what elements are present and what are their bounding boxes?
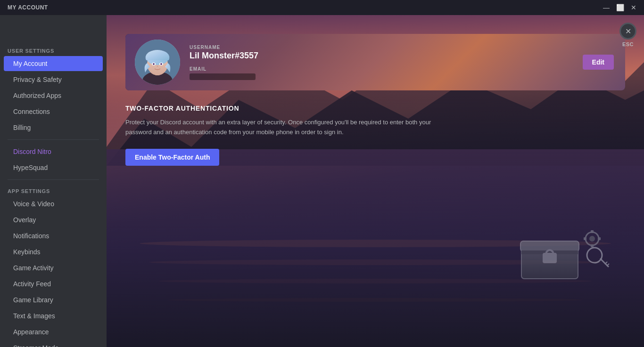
sidebar-item-keybinds[interactable]: Keybinds [4, 244, 103, 259]
content-scroll: USERNAME Lil Monster#3557 EMAIL Edit TWO… [107, 15, 644, 347]
sidebar-item-billing[interactable]: Billing [4, 120, 103, 135]
svg-point-30 [160, 63, 162, 65]
sidebar-item-streamer-mode[interactable]: Streamer Mode [4, 340, 103, 347]
sidebar-item-activity-feed[interactable]: Activity Feed [4, 276, 103, 291]
profile-info: USERNAME Lil Monster#3557 EMAIL [190, 37, 583, 88]
minimize-button[interactable]: — [603, 4, 610, 11]
email-label: EMAIL [190, 66, 583, 72]
email-value-hidden [190, 73, 256, 80]
app-settings-label: APP SETTINGS [0, 186, 107, 196]
sidebar-item-voice-video[interactable]: Voice & Video [4, 196, 103, 211]
sidebar-item-authorized-apps[interactable]: Authorized Apps [4, 88, 103, 103]
twofa-description: Protect your Discord account with an ext… [125, 118, 455, 137]
profile-card: USERNAME Lil Monster#3557 EMAIL Edit [125, 34, 625, 90]
window-title: MY ACCOUNT [8, 4, 48, 11]
close-button[interactable]: ✕ [619, 23, 636, 40]
sidebar: USER SETTINGS My Account Privacy & Safet… [0, 15, 107, 347]
sidebar-item-privacy-safety[interactable]: Privacy & Safety [4, 72, 103, 87]
sidebar-item-connections[interactable]: Connections [4, 104, 103, 119]
title-bar: MY ACCOUNT — ⬜ ✕ [0, 0, 644, 15]
sidebar-item-text-images[interactable]: Text & Images [4, 308, 103, 323]
sidebar-item-overlay[interactable]: Overlay [4, 212, 103, 227]
twofa-heading: TWO-FACTOR AUTHENTICATION [125, 105, 625, 112]
username-label: USERNAME [190, 45, 583, 50]
edit-button[interactable]: Edit [583, 55, 614, 70]
content-area: ✕ ESC [107, 15, 644, 347]
close-button[interactable]: ✕ [631, 4, 636, 11]
avatar [135, 40, 180, 85]
sidebar-item-appearance[interactable]: Appearance [4, 324, 103, 339]
sidebar-item-my-account[interactable]: My Account [4, 56, 103, 71]
sidebar-divider-1 [8, 139, 99, 140]
twofa-section: TWO-FACTOR AUTHENTICATION Protect your D… [125, 105, 625, 166]
enable-twofa-button[interactable]: Enable Two-Factor Auth [125, 149, 219, 166]
sidebar-item-game-activity[interactable]: Game Activity [4, 260, 103, 275]
sidebar-item-discord-nitro[interactable]: Discord Nitro [4, 144, 103, 159]
window-controls: — ⬜ ✕ [603, 4, 636, 11]
profile-username: Lil Monster#3557 [190, 51, 583, 61]
sidebar-item-game-library[interactable]: Game Library [4, 292, 103, 307]
sidebar-item-hypesquad[interactable]: HypeSquad [4, 160, 103, 175]
user-settings-label: USER SETTINGS [0, 45, 107, 56]
esc-label: ESC [622, 41, 634, 47]
svg-point-29 [153, 63, 155, 65]
main-layout: USER SETTINGS My Account Privacy & Safet… [0, 15, 644, 347]
maximize-button[interactable]: ⬜ [616, 4, 624, 11]
sidebar-item-notifications[interactable]: Notifications [4, 228, 103, 243]
sidebar-divider-2 [8, 179, 99, 180]
close-overlay: ✕ ESC [619, 23, 636, 47]
